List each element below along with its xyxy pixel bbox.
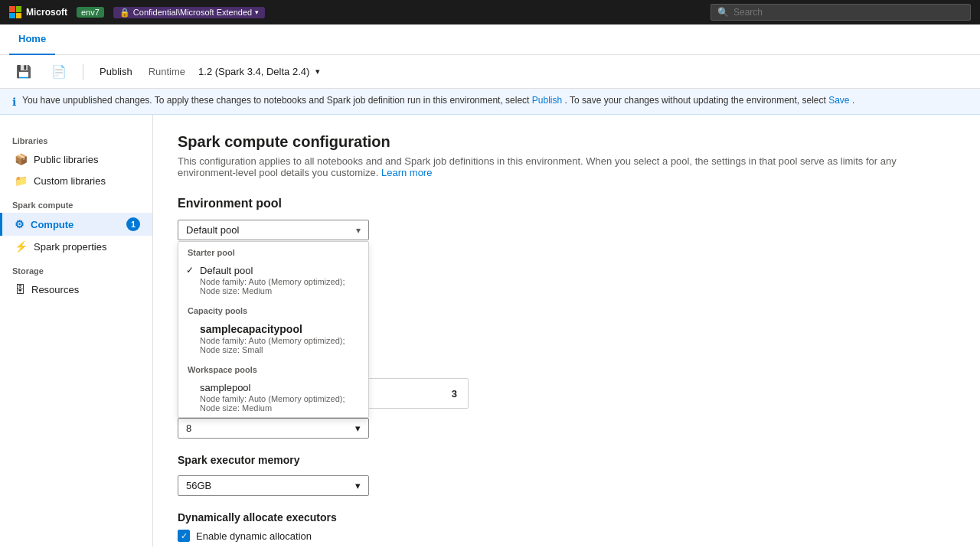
sidebar-item-spark-properties[interactable]: ⚡ Spark properties — [0, 236, 152, 257]
top-bar: Microsoft env7 🔒 Confidential\Microsoft … — [0, 0, 980, 24]
ms-logo: Microsoft — [9, 6, 67, 18]
sidebar-item-label: Compute — [31, 219, 74, 230]
group-workspace-pools: Workspace pools — [178, 359, 368, 377]
lock-icon: 🔒 — [119, 8, 130, 18]
dropdown-item-capacity-pool[interactable]: samplecapacitypool Node family: Auto (Me… — [178, 318, 368, 359]
sidebar-section-libraries: Libraries — [0, 133, 152, 148]
runtime-chevron-icon: ▾ — [315, 67, 320, 77]
sidebar-item-public-libraries[interactable]: 📦 Public libraries — [0, 148, 152, 170]
custom-libraries-icon: 📁 — [15, 175, 28, 187]
dropdown-item-workspace-pool[interactable]: samplepool Node family: Auto (Memory opt… — [178, 377, 368, 417]
ms-logo-grid — [9, 6, 21, 18]
sidebar-item-custom-libraries[interactable]: 📁 Custom libraries — [0, 170, 152, 191]
executor-memory-label: Spark executor memory — [178, 454, 956, 466]
toolbar: 💾 📄 Publish Runtime 1.2 (Spark 3.4, Delt… — [0, 55, 980, 89]
chevron-down-icon: ▾ — [355, 480, 361, 491]
sidebar-item-label: Custom libraries — [34, 175, 106, 187]
section-env-pool-title: Environment pool — [178, 197, 956, 210]
save-icon: 💾 — [16, 64, 31, 79]
dynamic-alloc-label: Dynamically allocate executors — [178, 511, 956, 524]
banner-publish-link[interactable]: Publish — [532, 95, 562, 106]
subtitle-text: This configuration applies to all notebo… — [178, 155, 897, 178]
runtime-label: Runtime — [149, 66, 185, 77]
group-starter-pool: Starter pool — [178, 242, 368, 260]
sidebar-item-label: Resources — [31, 284, 79, 295]
banner-message-3: . — [852, 95, 854, 106]
resources-icon: 🗄 — [15, 283, 25, 295]
ms-label: Microsoft — [26, 7, 67, 18]
item-name-capacity-pool: samplecapacitypool — [200, 323, 359, 335]
main-layout: Libraries 📦 Public libraries 📁 Custom li… — [0, 115, 980, 546]
env-pool-section: Environment pool Default pool ▾ Starter … — [178, 197, 956, 439]
learn-more-link[interactable]: Learn more — [381, 167, 432, 178]
search-box[interactable]: 🔍 — [710, 4, 971, 21]
file-button[interactable]: 📄 — [44, 60, 74, 83]
executor-memory-section: Spark executor memory 56GB ▾ — [178, 454, 956, 496]
publish-button[interactable]: Publish — [93, 61, 139, 82]
confidential-label: Confidential\Microsoft Extended — [133, 8, 252, 17]
sidebar-section-storage: Storage — [0, 263, 152, 279]
sidebar-item-compute[interactable]: ⚙ Compute 1 — [0, 213, 152, 236]
search-icon: 🔍 — [717, 7, 729, 18]
item-desc-workspace-pool: Node family: Auto (Memory optimized); No… — [200, 394, 359, 413]
nav-bar: Home — [0, 24, 980, 55]
runtime-version-label: 1.2 (Spark 3.4, Delta 2.4) — [198, 66, 309, 77]
runtime-dropdown[interactable]: 1.2 (Spark 3.4, Delta 2.4) ▾ — [191, 61, 327, 82]
dropdown-item-default-pool[interactable]: Default pool Node family: Auto (Memory o… — [178, 260, 368, 300]
dynamic-alloc-checkbox-label: Enable dynamic allocation — [196, 530, 312, 542]
compute-icon: ⚙ — [15, 218, 24, 230]
info-banner: ℹ You have unpublished changes. To apply… — [0, 89, 980, 115]
banner-message-1: You have unpublished changes. To apply t… — [22, 95, 529, 106]
chevron-down-icon: ▾ — [355, 422, 361, 434]
file-icon: 📄 — [51, 64, 67, 79]
dynamic-alloc-checkbox[interactable]: ✓ — [178, 530, 190, 542]
pool-dropdown-menu: Starter pool Default pool Node family: A… — [178, 241, 369, 418]
toolbar-divider — [83, 64, 83, 80]
compute-badge: 1 — [126, 217, 140, 231]
item-name-workspace-pool: samplepool — [200, 382, 359, 393]
sidebar: Libraries 📦 Public libraries 📁 Custom li… — [0, 115, 153, 546]
dynamic-alloc-row: ✓ Enable dynamic allocation — [178, 530, 956, 542]
confidential-badge[interactable]: 🔒 Confidential\Microsoft Extended ▾ — [113, 7, 265, 18]
item-desc-default-pool: Node family: Auto (Memory optimized); No… — [200, 277, 359, 295]
dynamic-alloc-section: Dynamically allocate executors ✓ Enable … — [178, 511, 956, 542]
env-pool-dropdown-wrapper: Default pool ▾ Starter pool Default pool… — [178, 220, 369, 240]
env-badge: env7 — [77, 7, 104, 18]
banner-message-2: . To save your changes without updating … — [565, 95, 826, 106]
public-libraries-icon: 📦 — [15, 153, 28, 165]
item-name-default-pool: Default pool — [200, 265, 359, 276]
sidebar-section-spark: Spark compute — [0, 197, 152, 213]
page-subtitle: This configuration applies to all notebo… — [178, 155, 956, 178]
search-input[interactable] — [733, 7, 964, 18]
chevron-down-icon: ▾ — [255, 8, 259, 16]
group-capacity-pools: Capacity pools — [178, 300, 368, 318]
info-icon: ℹ — [12, 96, 16, 108]
content-area: Spark compute configuration This configu… — [153, 115, 980, 546]
page-title: Spark compute configuration — [178, 133, 956, 151]
spark-properties-icon: ⚡ — [15, 240, 28, 253]
tab-home[interactable]: Home — [9, 24, 55, 55]
item-desc-capacity-pool: Node family: Auto (Memory optimized); No… — [200, 336, 359, 354]
sidebar-item-resources[interactable]: 🗄 Resources — [0, 279, 152, 300]
nodes-value: 3 — [452, 388, 457, 400]
node-count-dropdown[interactable]: 8 ▾ — [178, 418, 369, 439]
banner-save-link[interactable]: Save — [828, 95, 849, 106]
env-pool-dropdown[interactable]: Default pool ▾ — [178, 220, 369, 240]
sidebar-item-label: Public libraries — [34, 154, 99, 165]
chevron-down-icon: ▾ — [356, 225, 361, 236]
env-pool-value: Default pool — [186, 224, 239, 236]
executor-memory-dropdown[interactable]: 56GB ▾ — [178, 475, 369, 496]
node-count-value: 8 — [186, 422, 191, 434]
executor-memory-value: 56GB — [186, 480, 211, 491]
save-icon-button[interactable]: 💾 — [9, 60, 38, 83]
sidebar-item-label: Spark properties — [34, 241, 106, 253]
